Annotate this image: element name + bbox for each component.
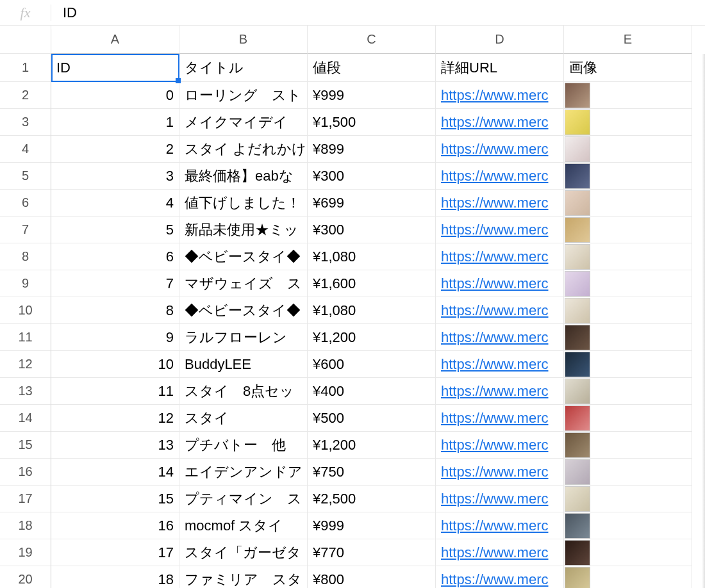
cell-B17[interactable]: プティマイン ス bbox=[179, 486, 308, 512]
cell-D4[interactable]: https://www.merc bbox=[436, 136, 564, 163]
select-all-corner[interactable] bbox=[0, 26, 51, 54]
cell-A19[interactable]: 17 bbox=[51, 539, 179, 566]
detail-url-link[interactable]: https://www.merc bbox=[441, 437, 548, 453]
cell-B7[interactable]: 新品未使用★ミッ bbox=[179, 216, 308, 243]
rowhdr-8[interactable]: 8 bbox=[0, 243, 51, 270]
cell-E15[interactable] bbox=[564, 432, 692, 459]
rowhdr-10[interactable]: 10 bbox=[0, 297, 51, 324]
cell-B18[interactable]: mocmof スタイ bbox=[179, 512, 308, 539]
cell-E20[interactable] bbox=[564, 566, 692, 588]
cell-C6[interactable]: ¥699 bbox=[308, 190, 436, 216]
cell-A20[interactable]: 18 bbox=[51, 566, 179, 588]
cell-D3[interactable]: https://www.merc bbox=[436, 109, 564, 136]
cell-C13[interactable]: ¥400 bbox=[308, 378, 436, 405]
detail-url-link[interactable]: https://www.merc bbox=[441, 141, 548, 158]
cell-B10[interactable]: ◆ベビースタイ◆ bbox=[179, 297, 308, 324]
cell-C9[interactable]: ¥1,600 bbox=[308, 270, 436, 297]
cell-C16[interactable]: ¥750 bbox=[308, 459, 436, 486]
cell-A10[interactable]: 8 bbox=[51, 297, 179, 324]
detail-url-link[interactable]: https://www.merc bbox=[441, 518, 548, 534]
detail-url-link[interactable]: https://www.merc bbox=[441, 544, 548, 561]
cell-D2[interactable]: https://www.merc bbox=[436, 82, 564, 109]
rowhdr-6[interactable]: 6 bbox=[0, 190, 51, 216]
cell-D1[interactable]: 詳細URL bbox=[436, 54, 564, 82]
cell-C20[interactable]: ¥800 bbox=[308, 566, 436, 588]
cell-E12[interactable] bbox=[564, 351, 692, 378]
rowhdr-11[interactable]: 11 bbox=[0, 324, 51, 351]
cell-E11[interactable] bbox=[564, 324, 692, 351]
cell-D12[interactable]: https://www.merc bbox=[436, 351, 564, 378]
cell-A9[interactable]: 7 bbox=[51, 270, 179, 297]
cell-A2[interactable]: 0 bbox=[51, 82, 179, 109]
detail-url-link[interactable]: https://www.merc bbox=[441, 168, 548, 184]
cell-C17[interactable]: ¥2,500 bbox=[308, 486, 436, 512]
cell-E5[interactable] bbox=[564, 163, 692, 190]
rowhdr-16[interactable]: 16 bbox=[0, 459, 51, 486]
rowhdr-18[interactable]: 18 bbox=[0, 512, 51, 539]
detail-url-link[interactable]: https://www.merc bbox=[441, 464, 548, 480]
cell-A14[interactable]: 12 bbox=[51, 405, 179, 432]
cell-C10[interactable]: ¥1,080 bbox=[308, 297, 436, 324]
cell-B6[interactable]: 値下げしました！ bbox=[179, 190, 308, 216]
rowhdr-1[interactable]: 1 bbox=[0, 54, 51, 82]
cell-E1[interactable]: 画像 bbox=[564, 54, 692, 82]
detail-url-link[interactable]: https://www.merc bbox=[441, 275, 548, 292]
rowhdr-20[interactable]: 20 bbox=[0, 566, 51, 588]
detail-url-link[interactable]: https://www.merc bbox=[441, 571, 548, 588]
rowhdr-19[interactable]: 19 bbox=[0, 539, 51, 566]
cell-D18[interactable]: https://www.merc bbox=[436, 512, 564, 539]
cell-E16[interactable] bbox=[564, 459, 692, 486]
cell-E6[interactable] bbox=[564, 190, 692, 216]
cell-B2[interactable]: ローリング スト bbox=[179, 82, 308, 109]
cell-A6[interactable]: 4 bbox=[51, 190, 179, 216]
cell-B4[interactable]: スタイ よだれかけ bbox=[179, 136, 308, 163]
cell-A3[interactable]: 1 bbox=[51, 109, 179, 136]
cell-E14[interactable] bbox=[564, 405, 692, 432]
cell-E13[interactable] bbox=[564, 378, 692, 405]
cell-D7[interactable]: https://www.merc bbox=[436, 216, 564, 243]
cell-E2[interactable] bbox=[564, 82, 692, 109]
rowhdr-12[interactable]: 12 bbox=[0, 351, 51, 378]
cell-A7[interactable]: 5 bbox=[51, 216, 179, 243]
cell-C18[interactable]: ¥999 bbox=[308, 512, 436, 539]
cell-C4[interactable]: ¥899 bbox=[308, 136, 436, 163]
cell-D5[interactable]: https://www.merc bbox=[436, 163, 564, 190]
cell-A5[interactable]: 3 bbox=[51, 163, 179, 190]
cell-B11[interactable]: ラルフローレン bbox=[179, 324, 308, 351]
cell-A8[interactable]: 6 bbox=[51, 243, 179, 270]
rowhdr-9[interactable]: 9 bbox=[0, 270, 51, 297]
formula-input[interactable]: ID bbox=[51, 0, 705, 25]
cell-D19[interactable]: https://www.merc bbox=[436, 539, 564, 566]
cell-C3[interactable]: ¥1,500 bbox=[308, 109, 436, 136]
fx-icon[interactable]: fx bbox=[0, 4, 51, 21]
cell-E3[interactable] bbox=[564, 109, 692, 136]
detail-url-link[interactable]: https://www.merc bbox=[441, 356, 548, 373]
cell-D20[interactable]: https://www.merc bbox=[436, 566, 564, 588]
detail-url-link[interactable]: https://www.merc bbox=[441, 491, 548, 507]
rowhdr-13[interactable]: 13 bbox=[0, 378, 51, 405]
cell-C5[interactable]: ¥300 bbox=[308, 163, 436, 190]
cell-A15[interactable]: 13 bbox=[51, 432, 179, 459]
cell-D15[interactable]: https://www.merc bbox=[436, 432, 564, 459]
cell-A11[interactable]: 9 bbox=[51, 324, 179, 351]
cell-E18[interactable] bbox=[564, 512, 692, 539]
colhdr-C[interactable]: C bbox=[308, 26, 436, 54]
cell-A4[interactable]: 2 bbox=[51, 136, 179, 163]
spreadsheet-grid[interactable]: A B C D E 1 ID タイトル 値段 詳細URL 画像 20ローリング … bbox=[0, 26, 705, 588]
rowhdr-17[interactable]: 17 bbox=[0, 486, 51, 512]
cell-B13[interactable]: スタイ 8点セッ bbox=[179, 378, 308, 405]
cell-C2[interactable]: ¥999 bbox=[308, 82, 436, 109]
cell-B8[interactable]: ◆ベビースタイ◆ bbox=[179, 243, 308, 270]
cell-B1[interactable]: タイトル bbox=[179, 54, 308, 82]
detail-url-link[interactable]: https://www.merc bbox=[441, 249, 548, 265]
cell-B5[interactable]: 最終価格】eabな bbox=[179, 163, 308, 190]
cell-D17[interactable]: https://www.merc bbox=[436, 486, 564, 512]
detail-url-link[interactable]: https://www.merc bbox=[441, 114, 548, 131]
detail-url-link[interactable]: https://www.merc bbox=[441, 302, 548, 319]
detail-url-link[interactable]: https://www.merc bbox=[441, 383, 548, 400]
cell-E10[interactable] bbox=[564, 297, 692, 324]
rowhdr-14[interactable]: 14 bbox=[0, 405, 51, 432]
cell-B3[interactable]: メイクマイデイ bbox=[179, 109, 308, 136]
cell-C8[interactable]: ¥1,080 bbox=[308, 243, 436, 270]
detail-url-link[interactable]: https://www.merc bbox=[441, 195, 548, 211]
